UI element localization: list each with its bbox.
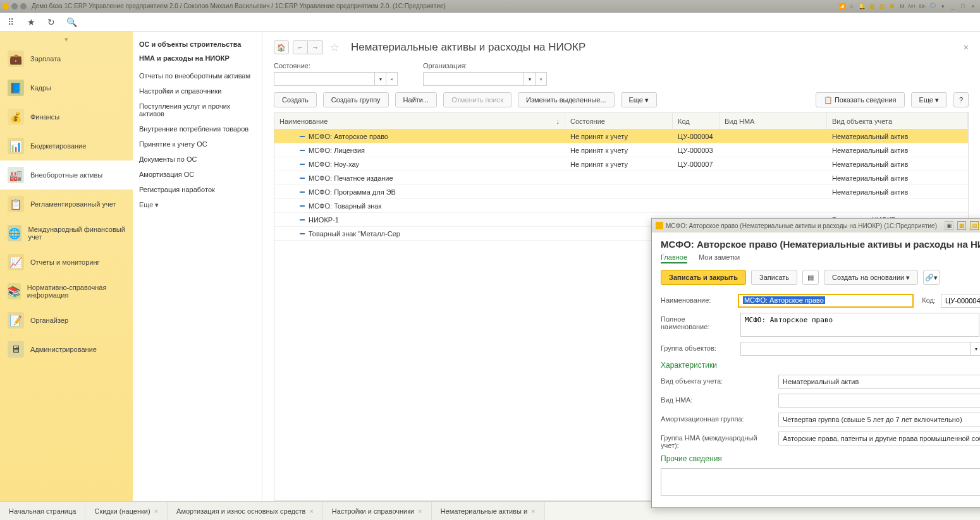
name-input[interactable]: МСФО: Авторское право <box>738 294 914 308</box>
tab-close-icon[interactable]: × <box>309 507 313 515</box>
table-row[interactable]: МСФО: Ноу-хауНе принят к учетуЦУ-000007Н… <box>274 157 968 171</box>
help-icon[interactable]: ⓘ <box>928 2 937 11</box>
panel-link-4[interactable]: Принятие к учету ОС <box>139 136 255 152</box>
more2-button[interactable]: Еще ▾ <box>911 92 947 107</box>
dlg-btn-2[interactable]: ▦ <box>957 221 966 230</box>
link-button[interactable]: 🔗▾ <box>923 270 940 285</box>
find-button[interactable]: Найти... <box>395 92 438 107</box>
sidebar-item-8[interactable]: 📚Нормативно-справочная информация <box>0 277 133 306</box>
table-row[interactable]: МСФО: Авторское правоНе принят к учетуЦУ… <box>274 130 968 143</box>
m-button[interactable]: M <box>898 2 907 11</box>
tab-notes[interactable]: Мои заметки <box>699 253 740 263</box>
change-selected-button[interactable]: Изменить выделенные... <box>518 92 614 107</box>
history-icon[interactable]: ↻ <box>46 16 57 28</box>
sidebar-item-4[interactable]: 🏭Внеоборотные активы <box>0 160 133 190</box>
sidebar-item-9[interactable]: 📝Органайзер <box>0 306 133 335</box>
help-button[interactable]: ? <box>953 92 969 107</box>
tb-icon-1[interactable]: 📶 <box>837 2 846 11</box>
sidebar-item-3[interactable]: 📊Бюджетирование <box>0 131 133 160</box>
save-button[interactable]: Записать <box>751 270 797 285</box>
intl-input[interactable]: Авторские права, патенты и другие права … <box>778 432 980 445</box>
tab-close-icon[interactable]: × <box>531 507 535 515</box>
sidebar-item-5[interactable]: 📋Регламентированный учет <box>0 190 133 219</box>
bottom-tab-4[interactable]: Нематериальные активы и× <box>432 502 545 520</box>
group-dd[interactable]: ▾ <box>971 342 980 356</box>
bottom-tab-1[interactable]: Скидки (наценки)× <box>85 502 168 520</box>
group-input[interactable] <box>740 342 971 356</box>
back-icon[interactable] <box>11 3 18 9</box>
m-plus-button[interactable]: M+ <box>908 2 917 11</box>
sidebar-item-0[interactable]: 💼Зарплата <box>0 44 133 73</box>
panel-link-0[interactable]: Отчеты по внеоборотным активам <box>139 68 255 83</box>
panel-link-3[interactable]: Внутренние потребления товаров <box>139 121 255 136</box>
dlg-btn-3[interactable]: ▤ <box>970 221 979 230</box>
fwd-icon[interactable] <box>20 3 27 9</box>
table-row[interactable]: МСФО: Печатное изданиеНематериальный акт… <box>274 171 968 185</box>
section-header-2[interactable]: НМА и расходы на НИОКР <box>139 54 255 62</box>
org-dd[interactable]: ▾ <box>524 72 536 86</box>
maximize-button[interactable]: □ <box>959 2 967 11</box>
sidebar-item-7[interactable]: 📈Отчеты и мониторинг <box>0 248 133 277</box>
col-name[interactable]: Наименование <box>279 118 328 125</box>
forward-button[interactable]: → <box>308 40 323 54</box>
fullname-input[interactable]: МСФО: Авторское право <box>740 313 979 337</box>
status-clear[interactable]: × <box>386 72 398 86</box>
tab-close-icon[interactable]: × <box>154 507 158 515</box>
org-clear[interactable]: × <box>536 72 547 86</box>
tab-close-icon[interactable]: × <box>418 507 422 515</box>
panel-link-2[interactable]: Поступления услуг и прочих активов <box>139 99 255 121</box>
collapse-icon[interactable]: ▾ <box>64 35 68 44</box>
create-button[interactable]: Создать <box>274 92 317 107</box>
col-status[interactable]: Состояние <box>565 113 673 129</box>
back-button[interactable]: ← <box>293 40 308 54</box>
other-info-input[interactable] <box>661 468 980 496</box>
status-dd[interactable]: ▾ <box>375 72 386 86</box>
apps-icon[interactable]: ⠿ <box>5 16 16 28</box>
table-row[interactable]: МСФО: Программа для ЭВНематериальный акт… <box>274 185 968 199</box>
org-filter-input[interactable] <box>423 72 524 86</box>
panel-link-1[interactable]: Настройки и справочники <box>139 83 255 99</box>
attach-button[interactable]: ▤ <box>802 270 819 285</box>
search-icon[interactable]: 🔍 <box>66 16 77 28</box>
sidebar-item-6[interactable]: 🌐Международный финансовый учет <box>0 219 133 248</box>
table-row[interactable]: МСФО: Товарный знак <box>274 199 968 213</box>
col-objtype[interactable]: Вид объекта учета <box>827 113 968 129</box>
panel-link-5[interactable]: Документы по ОС <box>139 152 255 167</box>
dlg-btn-1[interactable]: ▣ <box>945 221 953 230</box>
col-code[interactable]: Код <box>673 113 720 129</box>
section-header-1[interactable]: ОС и объекты строительства <box>139 40 255 48</box>
basis-button[interactable]: Создать на основании ▾ <box>824 270 918 285</box>
cancel-find-button[interactable]: Отменить поиск <box>443 92 511 107</box>
more-link[interactable]: Еще ▾ <box>139 197 255 213</box>
nmatype-input[interactable] <box>778 394 980 408</box>
tab-main[interactable]: Главное <box>661 253 687 263</box>
m-minus-button[interactable]: M- <box>918 2 927 11</box>
objtype-input[interactable]: Нематериальный актив <box>778 375 980 389</box>
sort-icon[interactable]: ↓ <box>556 118 560 125</box>
more-button[interactable]: Еще ▾ <box>621 92 657 107</box>
close-button[interactable]: × <box>969 2 977 11</box>
tb-icon-2[interactable]: ☆ <box>847 2 856 11</box>
create-group-button[interactable]: Создать группу <box>323 92 389 107</box>
sidebar-item-1[interactable]: 📘Кадры <box>0 73 133 102</box>
bottom-tab-2[interactable]: Амортизация и износ основных средств× <box>168 502 323 520</box>
tb-icon-5[interactable]: ▤ <box>878 2 886 11</box>
dropdown-icon[interactable]: ▾ <box>938 2 947 11</box>
amort-input[interactable]: Четвертая группа (свыше 5 лет до 7 лет в… <box>778 413 980 426</box>
show-details-button[interactable]: 📋 Показать сведения <box>816 92 905 107</box>
star-icon[interactable]: ★ <box>25 16 37 28</box>
minimize-button[interactable]: _ <box>948 2 957 11</box>
tb-icon-4[interactable]: ▦ <box>867 2 876 11</box>
sidebar-item-2[interactable]: 💰Финансы <box>0 102 133 131</box>
bottom-tab-0[interactable]: Начальная страница <box>0 502 85 520</box>
status-filter-input[interactable] <box>274 72 375 86</box>
home-button[interactable]: 🏠 <box>274 40 289 54</box>
col-type[interactable]: Вид НМА <box>720 113 827 129</box>
panel-link-6[interactable]: Амортизация ОС <box>139 167 255 182</box>
tb-icon-3[interactable]: 🔔 <box>857 2 866 11</box>
code-input[interactable] <box>941 294 980 308</box>
table-row[interactable]: МСФО: ЛицензияНе принят к учетуЦУ-000003… <box>274 143 968 157</box>
tb-icon-6[interactable]: 🖩 <box>888 2 897 11</box>
save-close-button[interactable]: Записать и закрыть <box>661 270 746 285</box>
favorite-icon[interactable]: ☆ <box>329 40 340 54</box>
